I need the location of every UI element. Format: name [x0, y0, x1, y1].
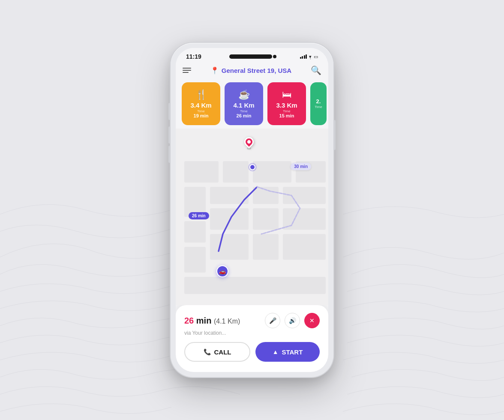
- hotel-time: 15 min: [279, 113, 294, 118]
- close-button[interactable]: ✕: [304, 313, 320, 328]
- navigation-icon: ▲: [273, 348, 279, 355]
- svg-rect-14: [184, 247, 206, 273]
- hotel-time-label: Time: [283, 109, 290, 113]
- svg-rect-13: [184, 221, 206, 243]
- route-duration: 26 min (4.1 Km): [184, 316, 240, 325]
- svg-rect-2: [184, 161, 219, 183]
- svg-rect-10: [210, 208, 249, 230]
- car-icon: 🚗: [216, 265, 228, 277]
- search-button[interactable]: 🔍: [311, 65, 321, 75]
- app-header: 📍 General Street 19, USA 🔍: [176, 62, 328, 79]
- call-button[interactable]: 📞 CALL: [184, 342, 250, 362]
- call-label: CALL: [214, 348, 231, 356]
- route-duration-display: 26 min (4.1 Km): [184, 316, 240, 326]
- location-display: 📍 General Street 19, USA: [210, 66, 291, 75]
- battery-icon: ▭: [314, 54, 318, 60]
- route-badge-30min: 30 min: [291, 163, 311, 170]
- mic-button[interactable]: 🎤: [265, 313, 280, 328]
- status-bar: 11:19 ▾̣ ▭: [176, 48, 328, 62]
- route-via: via Your location...: [184, 330, 320, 336]
- food-time: 19 min: [194, 113, 209, 118]
- food-distance: 3.4 Km: [190, 102, 211, 108]
- more-time-label: Time: [315, 105, 322, 109]
- food-time-label: Time: [197, 109, 204, 113]
- pin-dot: [246, 139, 251, 144]
- menu-line: [183, 72, 189, 73]
- phone-icon: 📞: [204, 348, 211, 355]
- status-time: 11:19: [186, 53, 201, 60]
- hotel-distance: 3.3 Km: [276, 102, 297, 108]
- pin-head: [242, 135, 255, 148]
- phone-shell: 11:19 ▾̣ ▭ 📍 General: [171, 43, 333, 377]
- cafe-time-label: Time: [240, 109, 247, 113]
- hotel-icon: 🛏: [282, 89, 291, 100]
- start-button[interactable]: ▲ START: [255, 342, 320, 362]
- svg-rect-18: [184, 277, 326, 294]
- speaker-button[interactable]: 🔊: [285, 313, 300, 328]
- category-card-food[interactable]: 🍴 3.4 Km Time 19 min: [182, 82, 220, 125]
- route-badge-26min: 26 min: [189, 212, 209, 219]
- menu-line: [183, 68, 191, 69]
- menu-button[interactable]: [183, 68, 191, 73]
- svg-rect-4: [253, 161, 291, 183]
- svg-rect-16: [253, 234, 279, 260]
- status-icons: ▾̣ ▭: [300, 54, 318, 60]
- route-controls: 🎤 🔊 ✕: [265, 313, 320, 328]
- map-area[interactable]: 26 min 30 min 🚗: [176, 129, 328, 305]
- category-card-hotel[interactable]: 🛏 3.3 Km Time 15 min: [267, 82, 306, 125]
- current-location-dot: [249, 164, 255, 170]
- duration-number: 26: [184, 316, 194, 325]
- category-card-more[interactable]: 2. Time: [310, 82, 327, 125]
- route-distance: (4.1 Km): [214, 318, 240, 325]
- cafe-distance: 4.1 Km: [233, 102, 254, 108]
- bottom-panel: 26 min (4.1 Km) 🎤 🔊 ✕ via Your location.…: [176, 305, 328, 372]
- start-label: START: [282, 348, 303, 356]
- status-notch: [229, 54, 272, 59]
- signal-icon: [300, 54, 307, 59]
- svg-rect-17: [283, 234, 326, 260]
- food-icon: 🍴: [195, 89, 207, 100]
- cafe-icon: ☕: [238, 89, 250, 100]
- svg-rect-3: [223, 161, 249, 183]
- menu-line: [183, 70, 191, 71]
- action-row: 📞 CALL ▲ START: [184, 342, 320, 362]
- destination-pin: [244, 137, 254, 150]
- category-row: 🍴 3.4 Km Time 19 min ☕ 4.1 Km Time 26 mi…: [176, 79, 328, 129]
- duration-unit: min: [194, 316, 211, 325]
- svg-rect-15: [210, 234, 249, 260]
- wifi-icon: ▾̣: [309, 54, 312, 60]
- cafe-time: 26 min: [237, 113, 252, 118]
- svg-rect-11: [253, 208, 279, 230]
- route-info-row: 26 min (4.1 Km) 🎤 🔊 ✕: [184, 313, 320, 328]
- more-distance: 2.: [316, 99, 321, 104]
- location-pin-icon: 📍: [210, 66, 219, 75]
- location-text: General Street 19, USA: [222, 67, 291, 74]
- phone-screen: 11:19 ▾̣ ▭ 📍 General: [176, 48, 328, 372]
- category-card-cafe[interactable]: ☕ 4.1 Km Time 26 min: [225, 82, 263, 125]
